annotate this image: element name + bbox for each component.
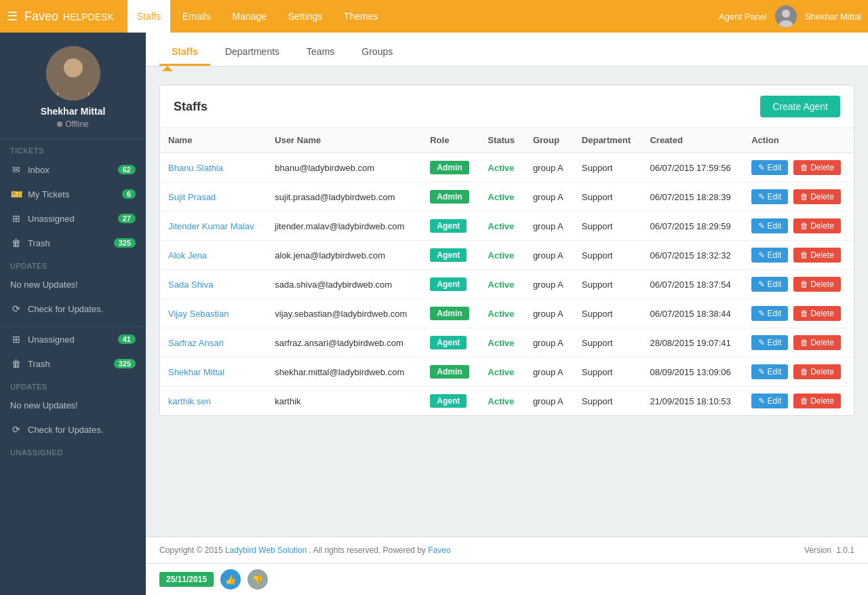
topnav-right: Agent Panel Shekhar Mittal	[719, 5, 861, 27]
staff-name-link[interactable]: Sarfraz Ansari	[168, 338, 224, 348]
cell-created: 28/08/2015 19:07:41	[642, 328, 743, 358]
tickets-section-label: TICKETS	[0, 140, 146, 157]
tab-groups[interactable]: Groups	[349, 39, 405, 66]
cell-action: ✎ Edit 🗑 Delete	[743, 328, 854, 358]
delete-button[interactable]: 🗑 Delete	[793, 277, 841, 292]
staff-name-link[interactable]: Bhanu Slathia	[168, 163, 223, 173]
unassigned-section-label: UNASSIGNED	[0, 442, 146, 459]
unassigned-badge: 27	[118, 214, 136, 223]
update-icon: ⟳	[10, 303, 22, 314]
unassigned2-icon: ⊞	[10, 334, 22, 345]
status-value: Active	[488, 396, 514, 406]
cell-status: Active	[479, 212, 525, 241]
sidebar-section-2: ⊞ Unassigned 41 🗑 Trash 325 UPDATES No n…	[0, 326, 146, 459]
sidebar-item-mytickets[interactable]: 🎫 My Tickets 6	[0, 182, 146, 206]
table-row: Sarfraz Ansari sarfraz.ansari@ladybirdwe…	[160, 328, 854, 358]
nav-staffs[interactable]: Staffs	[127, 0, 171, 33]
role-badge: Agent	[430, 248, 467, 262]
nav-emails[interactable]: Emails	[173, 0, 220, 33]
delete-button[interactable]: 🗑 Delete	[793, 160, 841, 175]
powered-link[interactable]: Faveo	[428, 545, 450, 555]
sidebar-item-inbox[interactable]: ✉ Inbox 62	[0, 157, 146, 182]
cell-action: ✎ Edit 🗑 Delete	[743, 358, 854, 387]
tab-teams[interactable]: Teams	[294, 39, 347, 66]
staff-name-link[interactable]: Sada Shiva	[168, 280, 214, 290]
mytickets-badge: 6	[122, 189, 136, 199]
staff-name-link[interactable]: Alok Jena	[168, 250, 207, 261]
staff-name-link[interactable]: Sujit Prasad	[168, 192, 216, 202]
delete-button[interactable]: 🗑 Delete	[793, 335, 841, 350]
cell-name: Vijay Sebastian	[160, 299, 267, 328]
create-agent-button[interactable]: Create Agent	[760, 96, 840, 117]
delete-button[interactable]: 🗑 Delete	[793, 394, 841, 408]
topnav-username: Shekhar Mittal	[805, 12, 861, 22]
sidebar-item-label: Inbox	[28, 165, 113, 175]
sidebar-check-updates[interactable]: ⟳ Check for Updates.	[0, 296, 146, 321]
cell-action: ✎ Edit 🗑 Delete	[743, 299, 854, 328]
footer: Copyright © 2015 Ladybird Web Solution .…	[146, 537, 868, 563]
edit-button[interactable]: ✎ Edit	[751, 335, 788, 350]
brand-name: Faveo	[24, 9, 58, 23]
sidebar-no-updates: No new Updates!	[0, 273, 146, 296]
delete-button[interactable]: 🗑 Delete	[793, 189, 841, 204]
cell-action: ✎ Edit 🗑 Delete	[743, 270, 854, 299]
cell-group: group A	[525, 358, 574, 387]
nav-settings[interactable]: Settings	[279, 0, 332, 33]
status-dot	[57, 121, 62, 127]
status-value: Active	[488, 338, 514, 348]
cell-department: Support	[574, 387, 642, 416]
sidebar-item-unassigned[interactable]: ⊞ Unassigned 27	[0, 206, 146, 231]
cell-username: vijay.sebastian@ladybirdweb.com	[267, 299, 422, 328]
delete-button[interactable]: 🗑 Delete	[793, 306, 841, 321]
tab-departments[interactable]: Departments	[213, 39, 292, 66]
delete-button[interactable]: 🗑 Delete	[793, 364, 841, 379]
company-link[interactable]: Ladybird Web Solution	[225, 545, 307, 555]
cell-username: bhanu@ladybirdweb.com	[267, 153, 422, 183]
tabs-bar: Staffs Departments Teams Groups	[146, 33, 868, 66]
trash-badge: 325	[114, 238, 136, 248]
main-content: Staffs Departments Teams Groups Staffs C…	[146, 33, 868, 595]
cell-action: ✎ Edit 🗑 Delete	[743, 183, 854, 212]
role-badge: Admin	[430, 161, 469, 174]
topnav-nav: Staffs Emails Manage Settings Themes	[127, 0, 388, 33]
active-tab-arrow	[162, 66, 173, 71]
cell-role: Admin	[422, 299, 479, 328]
cell-department: Support	[574, 241, 642, 270]
cell-created: 06/07/2015 18:29:59	[642, 212, 743, 241]
sidebar-check-updates2[interactable]: ⟳ Check for Updates.	[0, 417, 146, 442]
staff-name-link[interactable]: karthik sen	[168, 396, 211, 406]
delete-button[interactable]: 🗑 Delete	[793, 218, 841, 233]
nav-themes[interactable]: Themes	[334, 0, 388, 33]
cell-name: Bhanu Slathia	[160, 153, 267, 183]
notification-icon-thumb-down: 👎	[248, 569, 268, 590]
col-created: Created	[642, 128, 743, 153]
staff-name-link[interactable]: Shekhar Mittal	[168, 367, 224, 377]
staff-name-link[interactable]: Jitender Kumar Malav	[168, 221, 254, 231]
role-badge: Admin	[430, 365, 469, 379]
table-row: Jitender Kumar Malav jitender.malav@lady…	[160, 212, 854, 241]
hamburger-icon[interactable]: ☰	[7, 9, 18, 24]
edit-button[interactable]: ✎ Edit	[751, 248, 788, 263]
agent-panel-link[interactable]: Agent Panel	[719, 12, 767, 22]
edit-button[interactable]: ✎ Edit	[751, 277, 788, 292]
nav-manage[interactable]: Manage	[223, 0, 277, 33]
status-value: Active	[488, 221, 514, 231]
edit-button[interactable]: ✎ Edit	[751, 306, 788, 321]
edit-button[interactable]: ✎ Edit	[751, 189, 788, 204]
edit-button[interactable]: ✎ Edit	[751, 394, 788, 408]
sidebar-item-trash[interactable]: 🗑 Trash 325	[0, 231, 146, 255]
cell-status: Active	[479, 387, 525, 416]
cell-name: Sarfraz Ansari	[160, 328, 267, 358]
table-row: Shekhar Mittal shekhar.mittal@ladybirdwe…	[160, 358, 854, 387]
cell-action: ✎ Edit 🗑 Delete	[743, 387, 854, 416]
tab-staffs[interactable]: Staffs	[159, 39, 210, 66]
cell-role: Admin	[422, 153, 479, 183]
edit-button[interactable]: ✎ Edit	[751, 218, 788, 233]
sidebar-item-trash2[interactable]: 🗑 Trash 325	[0, 351, 146, 376]
sidebar-item-unassigned2[interactable]: ⊞ Unassigned 41	[0, 327, 146, 351]
edit-button[interactable]: ✎ Edit	[751, 160, 788, 175]
staff-name-link[interactable]: Vijay Sebastian	[168, 309, 229, 319]
cell-created: 06/07/2015 18:38:44	[642, 299, 743, 328]
delete-button[interactable]: 🗑 Delete	[793, 248, 841, 263]
edit-button[interactable]: ✎ Edit	[751, 364, 788, 379]
